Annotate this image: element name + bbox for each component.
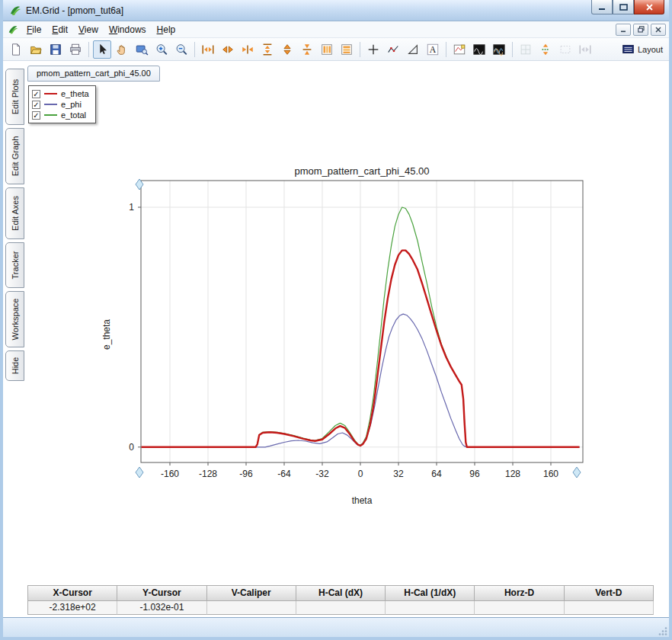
document-tab[interactable]: pmom_pattern_cart_phi_45.00 bbox=[27, 66, 160, 82]
compress-y-axis-button[interactable] bbox=[298, 40, 316, 59]
legend-item: ✓ e_theta bbox=[32, 88, 89, 99]
multi-waveform-view-button[interactable] bbox=[490, 40, 508, 59]
fit-vertical-icon bbox=[539, 43, 552, 56]
point-tracker-button[interactable] bbox=[384, 40, 402, 59]
statusbar bbox=[3, 617, 669, 637]
column-layout-icon bbox=[320, 43, 334, 56]
layout-icon bbox=[622, 43, 635, 56]
scroll-x-axis-button[interactable] bbox=[219, 40, 237, 59]
delta-measure-button[interactable] bbox=[404, 40, 422, 59]
menu-file[interactable]: File bbox=[21, 22, 46, 37]
expand-x-axis-icon bbox=[201, 43, 215, 56]
delta-icon bbox=[406, 43, 420, 56]
mdi-window-buttons bbox=[613, 24, 666, 36]
menu-edit[interactable]: Edit bbox=[46, 22, 73, 37]
axis-drag-handle[interactable] bbox=[573, 467, 581, 478]
column-header: X-Cursor bbox=[28, 586, 117, 601]
zoom-in-icon bbox=[155, 43, 168, 56]
column-header: H-Cal (dX) bbox=[296, 586, 386, 601]
titlebar: EM.Grid - [pmom_tut6a] bbox=[3, 0, 669, 21]
zoom-window-button[interactable] bbox=[133, 40, 151, 59]
zoom-in-button[interactable] bbox=[152, 40, 171, 59]
sidebar-tab-edit-plots[interactable]: Edit Plots bbox=[5, 69, 24, 125]
cursor-value: -1.032e-01 bbox=[117, 601, 206, 615]
zoom-window-icon bbox=[135, 43, 149, 56]
expand-x-axis-button[interactable] bbox=[199, 40, 217, 59]
chart-title: pmom_pattern_cart_phi_45.00 bbox=[141, 165, 583, 177]
sidebar-tab-edit-graph[interactable]: Edit Graph bbox=[5, 128, 24, 184]
toolbar: A bbox=[3, 38, 669, 61]
menu-windows[interactable]: Windows bbox=[104, 22, 152, 37]
column-layout-button[interactable] bbox=[318, 40, 336, 59]
save-button[interactable] bbox=[46, 40, 65, 59]
point-tracker-icon bbox=[386, 43, 400, 56]
row-layout-button[interactable] bbox=[338, 40, 356, 59]
layout-button[interactable]: Layout bbox=[621, 40, 665, 59]
expand-y-axis-icon bbox=[261, 43, 274, 56]
column-header: Vert-D bbox=[565, 586, 654, 601]
column-header: H-Cal (1/dX) bbox=[386, 586, 475, 601]
minimize-button[interactable] bbox=[591, 0, 613, 14]
fit-horizontal-button[interactable] bbox=[576, 40, 594, 59]
legend-checkbox-e-theta[interactable]: ✓ bbox=[32, 90, 40, 98]
cursor-value: -2.318e+02 bbox=[28, 601, 117, 615]
sidebar-tab-hide[interactable]: Hide bbox=[5, 350, 24, 381]
pan-hand-button[interactable] bbox=[113, 40, 131, 59]
legend-line-sample bbox=[44, 104, 57, 105]
crosshair-cursor-button[interactable] bbox=[364, 40, 382, 59]
legend-checkbox-e-total[interactable]: ✓ bbox=[32, 111, 40, 120]
toolbar-separator bbox=[88, 42, 89, 57]
x-tick-label: -64 bbox=[277, 469, 291, 479]
legend-item: ✓ e_phi bbox=[32, 99, 89, 110]
menu-view[interactable]: View bbox=[73, 22, 104, 37]
column-header: Horz-D bbox=[475, 586, 564, 601]
menu-help[interactable]: Help bbox=[152, 22, 181, 37]
add-text-button[interactable]: A bbox=[424, 40, 442, 59]
new-button[interactable] bbox=[7, 40, 25, 59]
close-button[interactable] bbox=[634, 0, 664, 14]
mdi-minimize-button[interactable] bbox=[616, 24, 631, 36]
pan-hand-icon bbox=[115, 43, 129, 56]
mdi-close-button[interactable] bbox=[651, 24, 666, 36]
window-title: EM.Grid - [pmom_tut6a] bbox=[26, 5, 123, 16]
waveform-view-button[interactable] bbox=[470, 40, 488, 59]
x-tick-label: -128 bbox=[199, 469, 217, 479]
select-pointer-button[interactable] bbox=[93, 40, 111, 59]
snap-grid-icon bbox=[519, 43, 533, 56]
open-button[interactable] bbox=[27, 40, 45, 59]
sidebar-tab-edit-axes[interactable]: Edit Axes bbox=[5, 187, 24, 239]
print-icon bbox=[69, 43, 82, 56]
sidebar-tab-tracker[interactable]: Tracker bbox=[5, 242, 24, 288]
toolbar-separator bbox=[446, 42, 446, 57]
expand-y-axis-button[interactable] bbox=[258, 40, 277, 59]
mdi-restore-icon bbox=[638, 26, 645, 33]
x-tick-label: 32 bbox=[393, 469, 404, 479]
legend-checkbox-e-phi[interactable]: ✓ bbox=[32, 101, 40, 109]
compress-x-axis-button[interactable] bbox=[238, 40, 257, 59]
snap-grid-button[interactable] bbox=[517, 40, 535, 59]
new-document-icon bbox=[9, 43, 23, 56]
x-tick-label: 64 bbox=[431, 469, 442, 479]
x-tick-label: -96 bbox=[239, 469, 253, 479]
axis-drag-handle[interactable] bbox=[136, 467, 143, 478]
svg-text:A: A bbox=[430, 45, 437, 55]
select-region-button[interactable] bbox=[556, 40, 574, 59]
fit-vertical-button[interactable] bbox=[536, 40, 555, 59]
open-folder-icon bbox=[29, 43, 43, 56]
resize-grip-icon[interactable] bbox=[658, 626, 668, 636]
print-button[interactable] bbox=[66, 40, 85, 59]
scroll-y-axis-icon bbox=[280, 43, 294, 56]
maximize-button[interactable] bbox=[613, 0, 634, 14]
zoom-out-icon bbox=[174, 43, 188, 56]
app-icon bbox=[9, 5, 21, 17]
subplot-view-button[interactable] bbox=[450, 40, 469, 59]
plot-workspace: pmom_pattern_cart_phi_45.00 ✓ e_theta ✓ … bbox=[26, 61, 669, 617]
zoom-out-button[interactable] bbox=[172, 40, 190, 59]
scroll-y-axis-button[interactable] bbox=[278, 40, 296, 59]
cursor-value bbox=[207, 601, 296, 615]
sidebar-tab-label: Edit Graph bbox=[11, 136, 20, 177]
close-icon bbox=[645, 4, 654, 11]
sidebar-tab-workspace[interactable]: Workspace bbox=[5, 291, 24, 347]
sidebar-tab-label: Tracker bbox=[11, 251, 20, 280]
mdi-restore-button[interactable] bbox=[633, 24, 648, 36]
